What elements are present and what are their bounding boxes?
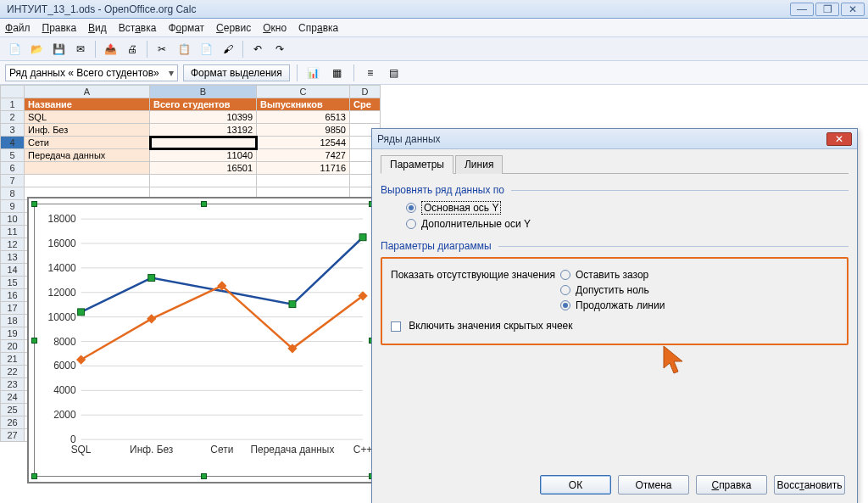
cell[interactable]: 6513 <box>257 111 350 124</box>
cell[interactable]: Сети <box>25 137 150 149</box>
row-header[interactable]: 21 <box>1 353 25 366</box>
menu-edit[interactable]: Правка <box>42 22 77 34</box>
cell[interactable]: 9850 <box>257 124 350 137</box>
cell[interactable]: Название <box>25 98 150 111</box>
cell[interactable]: 7427 <box>257 149 350 162</box>
row-header[interactable]: 13 <box>1 251 25 264</box>
undo-icon[interactable]: ↶ <box>248 40 267 59</box>
radio-continue[interactable] <box>560 300 570 310</box>
row-header[interactable]: 15 <box>1 277 25 289</box>
radio-primary-axis[interactable]: Основная ось Y <box>406 201 849 215</box>
row-header[interactable]: 19 <box>1 327 25 340</box>
resize-handle[interactable] <box>31 338 37 344</box>
restore-button[interactable]: ❐ <box>815 3 839 16</box>
cut-icon[interactable]: ✂ <box>153 40 171 59</box>
menu-tools[interactable]: Сервис <box>216 22 251 34</box>
cell[interactable]: Инф. Без <box>25 124 150 137</box>
reset-button[interactable]: Восстановить <box>774 475 845 495</box>
row-header[interactable]: 18 <box>1 315 25 327</box>
cell[interactable]: 10399 <box>150 111 257 124</box>
dialog-close-icon[interactable]: ✕ <box>826 132 852 146</box>
cell[interactable]: Сре <box>350 98 381 111</box>
help-button[interactable]: Справка <box>696 475 767 495</box>
row-header[interactable]: 7 <box>1 175 25 187</box>
print-icon[interactable]: 🖨 <box>123 40 142 59</box>
col-header-A[interactable]: A <box>25 86 150 98</box>
active-cell[interactable] <box>150 137 257 149</box>
radio-gap[interactable] <box>560 270 570 280</box>
open-icon[interactable]: 📂 <box>27 40 46 59</box>
row-header[interactable]: 17 <box>1 302 25 315</box>
chart-plot-area[interactable]: 0200040006000800010000120001400016000180… <box>34 204 372 477</box>
row-header[interactable]: 26 <box>1 416 25 429</box>
row-header[interactable]: 25 <box>1 404 25 416</box>
row-header[interactable]: 23 <box>1 378 25 391</box>
menu-format[interactable]: Формат <box>168 22 204 34</box>
row-header[interactable]: 2 <box>1 111 25 124</box>
cell[interactable]: 11040 <box>150 149 257 162</box>
name-box[interactable]: Ряд данных « Всего студентов» ▾ <box>5 64 178 81</box>
resize-handle[interactable] <box>201 473 207 479</box>
hidden-cells-checkbox[interactable] <box>391 321 401 332</box>
email-icon[interactable]: ✉ <box>71 40 90 59</box>
ok-button[interactable]: ОК <box>540 475 611 495</box>
cell[interactable]: SQL <box>25 111 150 124</box>
export-icon[interactable]: 📤 <box>101 40 120 59</box>
cell[interactable]: 13192 <box>150 124 257 137</box>
row-header[interactable]: 10 <box>1 213 25 226</box>
row-header[interactable]: 1 <box>1 98 25 111</box>
row-header[interactable]: 16 <box>1 289 25 302</box>
redo-icon[interactable]: ↷ <box>270 40 289 59</box>
menu-file[interactable]: Файл <box>5 22 31 34</box>
grid-h-icon[interactable]: ≡ <box>361 64 380 82</box>
close-button[interactable]: ✕ <box>841 3 865 16</box>
cell[interactable]: 16501 <box>150 162 257 175</box>
save-icon[interactable]: 💾 <box>49 40 68 59</box>
row-header[interactable]: 27 <box>1 429 25 442</box>
format-selection-button[interactable]: Формат выделения <box>183 64 290 81</box>
cell[interactable]: Передача данных <box>25 149 150 162</box>
row-header[interactable]: 9 <box>1 200 25 213</box>
row-header[interactable]: 11 <box>1 226 25 238</box>
cell[interactable]: Выпускников <box>257 98 350 111</box>
row-header[interactable]: 12 <box>1 238 25 251</box>
minimize-button[interactable]: — <box>790 3 814 16</box>
menu-window[interactable]: Окно <box>263 22 287 34</box>
col-header-B[interactable]: B <box>150 86 257 98</box>
brush-icon[interactable]: 🖌 <box>219 40 237 59</box>
new-icon[interactable]: 📄 <box>5 40 24 59</box>
chart-data-icon[interactable]: ▦ <box>328 64 347 82</box>
cell[interactable]: 11716 <box>257 162 350 175</box>
resize-handle[interactable] <box>31 473 37 479</box>
row-header[interactable]: 3 <box>1 124 25 137</box>
row-header[interactable]: 4 <box>1 137 25 149</box>
row-header[interactable]: 24 <box>1 391 25 404</box>
row-header[interactable]: 5 <box>1 149 25 162</box>
radio-zero[interactable] <box>560 285 570 295</box>
row-header[interactable]: 22 <box>1 366 25 378</box>
col-header-D[interactable]: D <box>350 86 381 98</box>
copy-icon[interactable]: 📋 <box>175 40 193 59</box>
cell[interactable]: 12544 <box>257 137 350 149</box>
legend-icon[interactable]: ▤ <box>385 64 403 82</box>
corner-cell[interactable] <box>1 86 25 98</box>
menu-help[interactable]: Справка <box>298 22 338 34</box>
row-header[interactable]: 8 <box>1 187 25 200</box>
cell[interactable]: Всего студентов <box>150 98 257 111</box>
cell[interactable] <box>350 111 381 124</box>
radio-secondary-axis[interactable]: Дополнительные оси Y <box>406 218 849 230</box>
dialog-titlebar[interactable]: Ряды данных ✕ <box>372 129 857 149</box>
resize-handle[interactable] <box>31 201 37 207</box>
menu-view[interactable]: Вид <box>88 22 107 34</box>
menu-insert[interactable]: Вставка <box>119 22 157 34</box>
paste-icon[interactable]: 📄 <box>197 40 215 59</box>
row-header[interactable]: 6 <box>1 162 25 175</box>
cancel-button[interactable]: Отмена <box>618 475 689 495</box>
cell[interactable] <box>25 162 150 175</box>
row-header[interactable]: 14 <box>1 264 25 277</box>
resize-handle[interactable] <box>201 201 207 207</box>
chart-object[interactable]: 0200040006000800010000120001400016000180… <box>27 197 379 483</box>
chart-type-icon[interactable]: 📊 <box>304 64 323 82</box>
col-header-C[interactable]: C <box>257 86 350 98</box>
tab-line[interactable]: Линия <box>455 155 503 174</box>
